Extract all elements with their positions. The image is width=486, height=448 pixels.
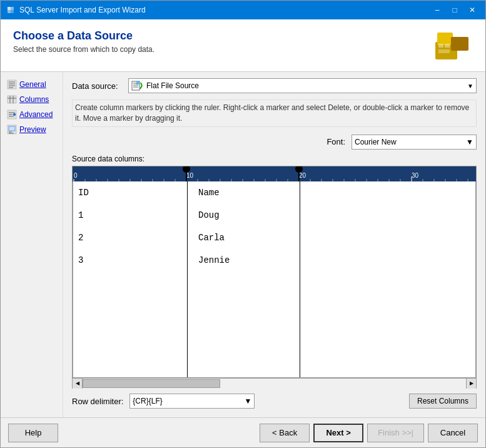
font-label: Font: [327,137,345,146]
table-row: ID Name [73,181,475,204]
scrollbar-track[interactable] [83,379,466,389]
data-display-area: ID Name 1 Doug 2 Carla 3 [73,181,476,378]
svg-rect-1 [8,7,11,10]
data-source-dropdown[interactable]: Flat File Source ▼ [128,78,477,93]
font-value: Courier New [355,138,397,146]
sidebar-item-general[interactable]: General [3,77,60,92]
row-delimiter-value: {CR}{LF} [133,397,162,405]
data-source-value: Flat File Source [146,81,463,90]
svg-rect-10 [438,49,450,53]
cell-name-3: Jennie [198,255,230,265]
svg-rect-8 [438,44,443,48]
maximize-button[interactable]: □ [447,4,463,16]
row-delimiter-dropdown[interactable]: {CR}{LF} ▼ [129,394,255,409]
cancel-button[interactable]: Cancel [428,424,478,442]
scrollbar-thumb[interactable] [83,379,220,388]
cell-name-2: Carla [198,233,225,243]
reset-columns-button[interactable]: Reset Columns [409,394,477,409]
dropdown-arrow-icon: ▼ [467,83,473,89]
back-button[interactable]: < Back [260,424,310,442]
help-button[interactable]: Help [8,424,58,442]
svg-line-34 [141,83,142,86]
wizard-logo-icon [432,29,473,64]
svg-rect-4 [11,10,14,13]
svg-rect-9 [445,44,450,48]
cell-id-header: ID [78,188,89,198]
page-title: Choose a Data Source [13,29,154,43]
minimize-button[interactable]: – [429,4,445,16]
svg-marker-33 [136,81,139,84]
main-panel: Data source: Flat File Source ▼ [63,72,485,417]
cell-id-2: 2 [78,233,83,243]
scroll-left-button[interactable]: ◀ [73,379,83,389]
sidebar-item-preview[interactable]: Preview [3,122,60,137]
svg-text:20: 20 [299,172,306,179]
data-source-label: Data source: [72,81,122,91]
svg-rect-16 [8,96,16,103]
page-subtitle: Select the source from which to copy dat… [13,45,154,54]
flat-file-icon [131,81,143,91]
title-bar-left: SQL Server Import and Export Wizard [6,5,146,15]
cell-id-3: 3 [78,255,83,265]
general-icon [7,79,17,89]
font-dropdown-arrow-icon: ▼ [466,138,473,146]
scroll-right-button[interactable]: ▶ [466,379,476,389]
svg-rect-7 [451,37,468,51]
bottom-controls: Row delimiter: {CR}{LF} ▼ Reset Columns [72,389,477,411]
close-button[interactable]: ✕ [464,4,480,16]
svg-line-35 [140,86,142,89]
font-dropdown[interactable]: Courier New ▼ [352,135,477,150]
advanced-icon [7,109,17,120]
sidebar-label-columns: Columns [19,95,49,104]
horizontal-scrollbar[interactable]: ◀ ▶ [73,378,476,388]
row-delimiter-arrow-icon: ▼ [244,397,251,405]
svg-rect-6 [437,33,453,45]
instruction-text: Create column markers by clicking the ru… [72,99,477,127]
column-ruler[interactable]: 0 10 [73,166,476,181]
cell-id-1: 1 [78,210,83,220]
row-delimiter-label: Row delimiter: [72,397,123,406]
cell-name-1: Doug [198,210,220,220]
next-button[interactable]: Next > [313,424,363,442]
finish-button[interactable]: Finish >>| [367,424,424,442]
svg-point-24 [13,113,16,116]
window-title: SQL Server Import and Export Wizard [19,6,146,14]
columns-icon [7,94,17,104]
cell-name-header: Name [198,188,220,198]
source-data-label: Source data columns: [72,155,477,163]
sidebar-item-columns[interactable]: Columns [3,92,60,107]
ruler-svg: 0 10 [73,166,476,181]
main-window: SQL Server Import and Export Wizard – □ … [0,0,486,448]
preview-icon [7,125,17,135]
font-row: Font: Courier New ▼ [72,135,477,150]
table-row: 1 Doug [73,204,475,227]
svg-rect-26 [9,126,15,131]
app-icon [6,5,16,15]
sidebar-label-general: General [19,80,46,89]
sidebar: General Columns Advan [1,72,63,417]
title-controls: – □ ✕ [429,4,480,16]
svg-rect-3 [8,10,11,13]
table-row: 3 Jennie [73,249,475,272]
svg-text:10: 10 [186,172,194,179]
title-bar: SQL Server Import and Export Wizard – □ … [1,1,485,19]
svg-text:0: 0 [74,172,78,179]
data-source-row: Data source: Flat File Source ▼ [72,78,477,93]
table-row: 2 Carla [73,227,475,249]
sidebar-label-advanced: Advanced [19,110,53,119]
sidebar-label-preview: Preview [19,125,46,134]
svg-text:30: 30 [412,172,419,179]
sidebar-item-advanced[interactable]: Advanced [3,107,60,122]
footer: Help < Back Next > Finish >>| Cancel [1,417,485,447]
header-section: Choose a Data Source Select the source f… [1,19,485,72]
content-area: General Columns Advan [1,72,485,417]
svg-rect-2 [11,7,14,10]
footer-nav-buttons: < Back Next > Finish >>| Cancel [260,424,478,442]
